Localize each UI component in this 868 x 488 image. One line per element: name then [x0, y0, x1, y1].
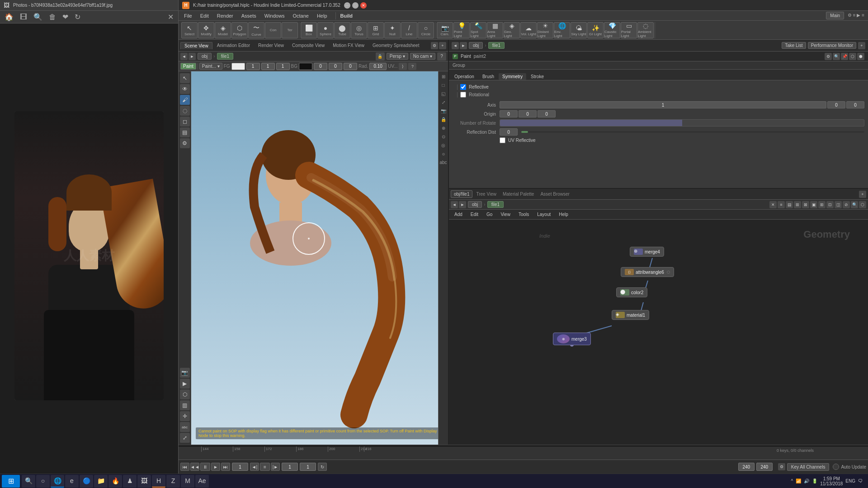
refl-dist-slider[interactable]: [521, 131, 864, 133]
taskbar-app-media[interactable]: 🔥: [108, 475, 122, 488]
toolbar-portal-light[interactable]: ▭ Portal Light: [621, 22, 637, 38]
axis-x[interactable]: [500, 101, 826, 108]
menu-assets[interactable]: Assets: [238, 12, 260, 19]
vp-tool-7[interactable]: ⊕: [439, 124, 448, 132]
right-obj[interactable]: obj: [469, 42, 483, 49]
node-material1[interactable]: ◈ material1: [612, 310, 649, 320]
node-attribwrangle6[interactable]: ⟨⟩ attribwrangle6 ⬡: [621, 267, 674, 277]
paint-bg-color[interactable]: [299, 63, 312, 70]
vp-tool-8[interactable]: ⊙: [439, 132, 448, 141]
system-time[interactable]: 1:59 PM 11/13/2018: [820, 476, 843, 486]
uv-reflective-checkbox[interactable]: [500, 137, 505, 143]
ng-tab-asset[interactable]: Asset Browser: [538, 191, 572, 197]
ng-menu-view[interactable]: View: [497, 211, 514, 218]
paint-bg-val1[interactable]: [314, 63, 327, 70]
frame-step-back-btn[interactable]: ◄|: [250, 463, 259, 471]
tool-camera[interactable]: 📷: [180, 368, 190, 378]
toolbar-point-light[interactable]: 💡 Point Light: [453, 22, 470, 38]
paint-val1[interactable]: [246, 63, 260, 70]
menu-render[interactable]: Render: [213, 12, 237, 19]
tab-stroke[interactable]: Stroke: [527, 73, 547, 80]
right-file[interactable]: file1: [488, 42, 505, 49]
refl-dist-input[interactable]: [500, 128, 518, 136]
tool-snap[interactable]: ✛: [180, 411, 190, 421]
paint-expand-icon[interactable]: ⟩: [399, 63, 407, 70]
props-gear-icon[interactable]: ⚙: [825, 53, 832, 60]
vp-tool-10[interactable]: ⌾: [439, 150, 448, 158]
taskbar-app-ie[interactable]: 🌐: [51, 475, 64, 488]
toolbar-camera[interactable]: 📷 Cam.: [437, 22, 453, 38]
tool-display[interactable]: ⬡: [180, 389, 190, 399]
toolbar-model[interactable]: ◈ Model: [215, 22, 231, 38]
timeline-track[interactable]: 144 158 172 186 200 214 216 0 keys, 0/0 …: [179, 446, 868, 460]
paint-mode-dropdown[interactable]: Paint... ▾: [199, 63, 222, 70]
photo-home-icon[interactable]: 🏠: [5, 13, 14, 21]
play-end-btn[interactable]: ⏭: [221, 463, 230, 471]
vp-display-icon[interactable]: ?: [437, 52, 446, 61]
ng-menu-tools[interactable]: Tools: [515, 211, 533, 218]
tool-select[interactable]: ↖: [180, 73, 190, 83]
props-collapse-icon[interactable]: ⬢: [857, 53, 864, 60]
vp-lock-icon[interactable]: 🔒: [376, 52, 385, 61]
taskbar-app-search[interactable]: 🔍: [22, 475, 35, 488]
photo-rotate-icon[interactable]: ↻: [75, 13, 80, 21]
num-rotate-slider[interactable]: [500, 119, 864, 127]
ng-add-icon[interactable]: +: [859, 191, 866, 198]
tray-network[interactable]: 📶: [796, 479, 801, 483]
node-graph-canvas[interactable]: Geometry ⊕ merge4: [449, 220, 868, 445]
photo-close-icon[interactable]: ✕: [168, 13, 174, 21]
tab-render-view[interactable]: Render View: [255, 42, 288, 49]
ng-icon1[interactable]: ✕: [769, 201, 777, 208]
tab-motion-fx[interactable]: Motion FX View: [329, 42, 368, 49]
node-merge3[interactable]: ⊕ merge3: [553, 333, 591, 345]
tool-settings[interactable]: ⚙: [180, 138, 190, 148]
realtime-btn[interactable]: ≡: [260, 463, 270, 471]
menu-windows[interactable]: Windows: [261, 12, 288, 19]
play-pause-btn[interactable]: ⏸: [200, 463, 210, 471]
toolbar-con[interactable]: Con: [265, 22, 281, 38]
path-back-icon[interactable]: ◄: [180, 53, 188, 60]
toolbar-box[interactable]: ⬜ Box: [301, 22, 317, 38]
paint-options-icon[interactable]: ?: [408, 63, 416, 70]
ng-forward-icon[interactable]: ►: [459, 201, 466, 208]
ng-menu-go[interactable]: Go: [483, 211, 496, 218]
toolbar-area-light[interactable]: ▦ Area Light: [487, 22, 503, 38]
ng-file[interactable]: file1: [487, 201, 504, 208]
toolbar-null[interactable]: ✦ Null: [384, 22, 401, 38]
tool-paint[interactable]: 🖌: [180, 95, 190, 105]
paint-bg-val3[interactable]: [344, 63, 357, 70]
right-take-list[interactable]: Take List: [782, 42, 806, 49]
toolbar-ambient-light[interactable]: ◌ Ambient Light: [637, 22, 654, 38]
vp-tool-9[interactable]: ◎: [439, 141, 448, 149]
ng-menu-add[interactable]: Add: [451, 211, 466, 218]
key-all-channels-btn[interactable]: Key All Channels: [787, 463, 830, 471]
taskbar-app-edge[interactable]: e: [65, 475, 79, 488]
ng-menu-layout[interactable]: Layout: [533, 211, 554, 218]
paint-bg-val2[interactable]: [329, 63, 342, 70]
vp-tool-3[interactable]: ◱: [439, 89, 448, 98]
ng-icon2[interactable]: ≡: [778, 201, 785, 208]
taskbar-app-maya[interactable]: M: [181, 475, 194, 488]
tab-anim-editor[interactable]: Animation Editor: [213, 42, 254, 49]
props-search-icon[interactable]: 🔍: [833, 53, 840, 60]
viewport-3d[interactable]: Cannot paint on SOP with display flag wh…: [191, 71, 448, 445]
toolbar-gi-light[interactable]: ✨ GI Light: [587, 22, 604, 38]
taskbar-app-houdini[interactable]: H: [152, 475, 165, 488]
path-file[interactable]: file1: [217, 53, 233, 60]
paint-rad-val[interactable]: [369, 63, 387, 70]
path-obj[interactable]: obj: [198, 53, 212, 60]
ng-tab-objfile[interactable]: obj/file1: [451, 190, 472, 198]
key-options-icon[interactable]: ⚙: [778, 463, 785, 470]
ng-tab-material[interactable]: Material Palette: [500, 191, 537, 197]
ng-obj[interactable]: obj: [468, 201, 482, 208]
right-add-icon[interactable]: +: [858, 42, 865, 49]
toolbar-sphere[interactable]: ● Sphere: [317, 22, 334, 38]
play-loop-btn[interactable]: ↻: [318, 463, 327, 471]
node-color2[interactable]: ⬤ color2: [616, 287, 647, 297]
ng-icon10[interactable]: ⊘: [843, 201, 850, 208]
menu-file[interactable]: File: [180, 12, 196, 19]
tool-erase[interactable]: ◻: [180, 117, 190, 127]
toolbar-caustic-light[interactable]: 💎 Caustic Light: [604, 22, 620, 38]
toolbar-polygon[interactable]: ⬡ Polygon: [231, 22, 248, 38]
tab-composite[interactable]: Composite View: [288, 42, 328, 49]
